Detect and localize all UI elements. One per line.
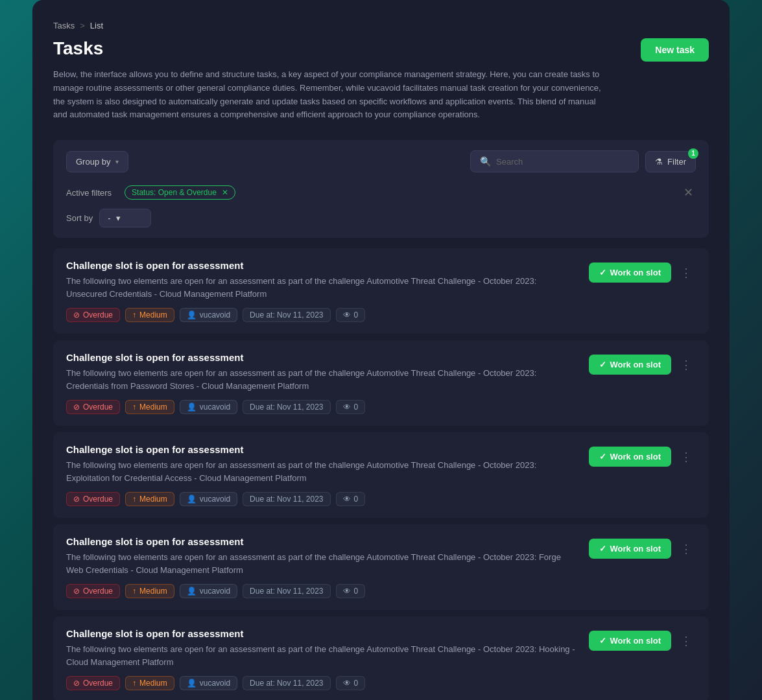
task-item: Challenge slot is open for assessment Th… (53, 432, 709, 518)
checkmark-icon: ✓ (599, 360, 606, 369)
filter-label: Filter (667, 157, 686, 167)
sort-value: - (108, 213, 110, 223)
task-title: Challenge slot is open for assessment (66, 536, 578, 547)
views-tag: 👁 0 (336, 584, 366, 598)
due-date-tag: Due at: Nov 11, 2023 (243, 676, 330, 690)
views-icon: 👁 (343, 402, 351, 412)
filter-icon: ⚗ (655, 157, 663, 167)
task-content: Challenge slot is open for assessment Th… (66, 260, 578, 322)
sort-select[interactable]: - ▾ (99, 209, 151, 228)
views-count: 0 (354, 679, 359, 688)
page-header-left: Tasks Below, the interface allows you to… (53, 38, 604, 122)
status-tag: ⊘ Overdue (66, 308, 120, 322)
task-tags: ⊘ Overdue ↑ Medium 👤 vucavoid Due at: No… (66, 676, 578, 690)
active-filters-label: Active filters (66, 188, 112, 198)
work-on-slot-label: Work on slot (610, 360, 661, 369)
task-item: Challenge slot is open for assessment Th… (53, 248, 709, 334)
breadcrumb-current: List (90, 21, 103, 30)
toolbar-top: Group by ▾ 🔍 ⚗ Filter 1 (66, 150, 696, 172)
views-count: 0 (354, 310, 359, 320)
status-tag: ⊘ Overdue (66, 584, 120, 598)
breadcrumb: Tasks > List (53, 21, 709, 30)
sort-label: Sort by (66, 213, 93, 223)
task-content: Challenge slot is open for assessment Th… (66, 536, 578, 598)
filter-tag-remove-icon[interactable]: ✕ (222, 188, 228, 197)
search-icon: 🔍 (480, 156, 491, 167)
user-icon: 👤 (187, 310, 196, 320)
priority-icon: ↑ (132, 587, 136, 596)
chevron-down-icon: ▾ (115, 158, 119, 165)
work-on-slot-button[interactable]: ✓ Work on slot (589, 355, 671, 375)
page-header: Tasks Below, the interface allows you to… (53, 38, 709, 122)
work-on-slot-button[interactable]: ✓ Work on slot (589, 539, 671, 559)
task-title: Challenge slot is open for assessment (66, 628, 578, 639)
views-icon: 👁 (343, 310, 351, 320)
due-date-tag: Due at: Nov 11, 2023 (243, 584, 330, 598)
left-filters: Active filters Status: Open & Overdue ✕ (66, 185, 235, 200)
task-description: The following two elements are open for … (66, 643, 578, 668)
status-label: Overdue (83, 495, 113, 504)
page-description: Below, the interface allows you to defin… (53, 68, 604, 122)
task-tags: ⊘ Overdue ↑ Medium 👤 vucavoid Due at: No… (66, 584, 578, 598)
due-label: Due at: Nov 11, 2023 (250, 402, 323, 412)
page-title: Tasks (53, 38, 604, 59)
overdue-icon: ⊘ (73, 310, 80, 320)
priority-tag: ↑ Medium (125, 400, 174, 414)
new-task-button[interactable]: New task (641, 38, 709, 62)
user-icon: 👤 (187, 402, 196, 412)
active-filters-row: Active filters Status: Open & Overdue ✕ … (66, 183, 696, 200)
user-label: vucavoid (200, 402, 230, 412)
group-by-button[interactable]: Group by ▾ (66, 151, 128, 172)
priority-tag: ↑ Medium (125, 492, 174, 506)
overdue-icon: ⊘ (73, 402, 80, 412)
views-tag: 👁 0 (336, 400, 366, 414)
work-on-slot-button[interactable]: ✓ Work on slot (589, 631, 671, 651)
priority-icon: ↑ (132, 402, 136, 412)
more-options-button[interactable]: ⋮ (676, 447, 696, 467)
priority-label: Medium (139, 679, 167, 688)
search-input[interactable] (496, 157, 629, 167)
more-options-button[interactable]: ⋮ (676, 355, 696, 375)
close-filters-button[interactable]: ✕ (681, 185, 696, 200)
more-options-button[interactable]: ⋮ (676, 263, 696, 283)
main-panel: Tasks > List Tasks Below, the interface … (32, 0, 730, 700)
views-tag: 👁 0 (336, 308, 366, 322)
due-label: Due at: Nov 11, 2023 (250, 310, 323, 320)
priority-icon: ↑ (132, 495, 136, 504)
priority-tag: ↑ Medium (125, 308, 174, 322)
filter-button[interactable]: ⚗ Filter 1 (645, 151, 696, 172)
task-title: Challenge slot is open for assessment (66, 352, 578, 363)
work-on-slot-button[interactable]: ✓ Work on slot (589, 262, 671, 283)
priority-label: Medium (139, 587, 167, 596)
due-label: Due at: Nov 11, 2023 (250, 587, 323, 596)
task-content: Challenge slot is open for assessment Th… (66, 444, 578, 506)
overdue-icon: ⊘ (73, 495, 80, 504)
due-date-tag: Due at: Nov 11, 2023 (243, 400, 330, 414)
status-tag: ⊘ Overdue (66, 400, 120, 414)
more-options-button[interactable]: ⋮ (676, 631, 696, 651)
checkmark-icon: ✓ (599, 636, 606, 646)
work-on-slot-button[interactable]: ✓ Work on slot (589, 447, 671, 467)
task-actions: ✓ Work on slot ⋮ (589, 447, 696, 467)
priority-icon: ↑ (132, 310, 136, 320)
status-label: Overdue (83, 587, 113, 596)
due-date-tag: Due at: Nov 11, 2023 (243, 308, 330, 322)
task-tags: ⊘ Overdue ↑ Medium 👤 vucavoid Due at: No… (66, 492, 578, 506)
user-tag: 👤 vucavoid (180, 584, 237, 598)
overdue-icon: ⊘ (73, 587, 80, 596)
task-description: The following two elements are open for … (66, 275, 578, 300)
more-options-button[interactable]: ⋮ (676, 539, 696, 559)
toolbar: Group by ▾ 🔍 ⚗ Filter 1 Active filters (53, 140, 709, 238)
breadcrumb-parent[interactable]: Tasks (53, 21, 75, 30)
user-tag: 👤 vucavoid (180, 676, 237, 690)
due-label: Due at: Nov 11, 2023 (250, 495, 323, 504)
user-label: vucavoid (200, 587, 230, 596)
task-tags: ⊘ Overdue ↑ Medium 👤 vucavoid Due at: No… (66, 400, 578, 414)
views-icon: 👁 (343, 495, 351, 504)
priority-label: Medium (139, 402, 167, 412)
tasks-list: Challenge slot is open for assessment Th… (53, 248, 709, 700)
views-tag: 👁 0 (336, 676, 366, 690)
work-on-slot-label: Work on slot (610, 268, 661, 277)
user-label: vucavoid (200, 310, 230, 320)
task-content: Challenge slot is open for assessment Th… (66, 352, 578, 414)
